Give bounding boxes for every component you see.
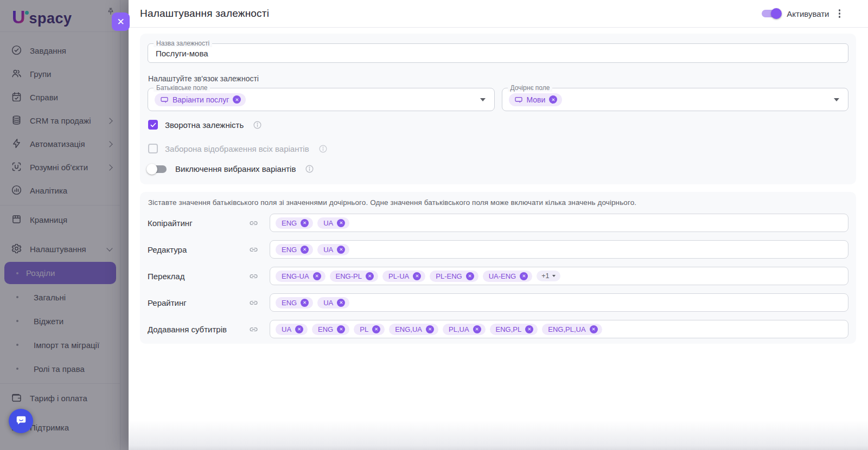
close-icon: ✕ (117, 16, 124, 28)
more-values-chip[interactable]: +1 (537, 271, 560, 281)
kebab-menu-icon[interactable] (836, 7, 844, 20)
value-chip[interactable]: ENG-PL✕ (330, 271, 378, 282)
reverse-dependency-checkbox[interactable] (148, 120, 158, 130)
value-chip[interactable]: PL-ENG✕ (430, 271, 478, 282)
reverse-dependency-label: Зворотна залежність (165, 120, 244, 130)
parent-field-select[interactable]: Батьківське поле Варіанти послуг ✕ (148, 88, 495, 111)
activate-toggle[interactable] (762, 10, 780, 17)
mapping-row-rewriting: Рерайтинг ENG✕ UA✕ (148, 293, 848, 312)
mapping-values-field[interactable]: ENG✕ UA✕ (270, 240, 848, 259)
caret-down-icon (552, 275, 556, 277)
parent-field-label: Батьківське поле (154, 84, 210, 92)
value-chip[interactable]: UA✕ (317, 297, 349, 308)
value-chip[interactable]: ENG✕ (276, 297, 313, 308)
forbid-all-options-label: Заборона відображення всіх варіантів (165, 144, 309, 153)
modal-overlay[interactable] (0, 0, 129, 450)
dependency-name-field[interactable]: Назва залежності Послуги-мова (148, 43, 848, 63)
chip-remove-icon[interactable]: ✕ (337, 325, 345, 333)
chip-remove-icon[interactable]: ✕ (466, 272, 474, 280)
chat-launcher-button[interactable] (9, 409, 33, 433)
value-chip[interactable]: UA-ENG✕ (483, 271, 533, 282)
info-icon[interactable] (305, 164, 314, 173)
value-chip[interactable]: PL,UA✕ (443, 324, 486, 335)
relation-heading: Налаштуйте зв'язок залежності (148, 74, 848, 83)
value-mapping-card: Зіставте значення батьківського поля зі … (140, 192, 856, 344)
caret-down-icon (834, 98, 839, 101)
activate-label: Активувати (787, 9, 829, 18)
value-chip[interactable]: ENG✕ (312, 324, 349, 335)
dependency-setup-card: Назва залежності Послуги-мова Налаштуйте… (140, 34, 856, 184)
value-chip[interactable]: UA✕ (317, 217, 349, 229)
chip-remove-icon[interactable]: ✕ (337, 219, 345, 227)
value-chip[interactable]: UA✕ (317, 244, 349, 255)
mapping-row-label: Переклад (148, 272, 248, 281)
chip-remove-icon[interactable]: ✕ (301, 299, 309, 307)
chip-remove-icon[interactable]: ✕ (473, 325, 481, 333)
chip-remove-icon[interactable]: ✕ (590, 325, 598, 333)
dependency-settings-drawer: Налаштування залежності Активувати Назва… (129, 0, 868, 450)
info-icon[interactable] (318, 144, 328, 153)
link-icon (248, 245, 259, 255)
mapping-row-editing: Редактура ENG✕ UA✕ (148, 240, 848, 259)
mapping-row-label: Рерайтинг (148, 298, 248, 307)
chip-remove-icon[interactable]: ✕ (301, 246, 309, 254)
value-chip[interactable]: PL-UA✕ (382, 271, 425, 282)
chip-remove-icon[interactable]: ✕ (337, 299, 345, 307)
link-icon (248, 271, 259, 281)
dependency-name-label: Назва залежності (154, 40, 212, 47)
value-chip[interactable]: ENG,PL✕ (490, 324, 538, 335)
value-chip[interactable]: ENG-UA✕ (276, 271, 326, 282)
link-icon (248, 324, 259, 335)
mapping-row-label: Додавання субтитрів (148, 325, 248, 334)
value-chip[interactable]: ENG,PL,UA✕ (542, 324, 602, 335)
chip-remove-icon[interactable]: ✕ (337, 246, 345, 254)
chat-bubble-icon (15, 414, 27, 428)
drawer-header: Налаштування залежності Активувати (129, 0, 868, 28)
field-type-icon (160, 95, 169, 104)
chip-remove-icon[interactable]: ✕ (525, 325, 533, 333)
chip-remove-icon[interactable]: ✕ (313, 272, 321, 280)
chip-remove-icon[interactable]: ✕ (413, 272, 421, 280)
child-field-select[interactable]: Дочірнє поле Мови ✕ (502, 88, 849, 111)
mapping-row-subtitles: Додавання субтитрів UA✕ ENG✕ PL✕ ENG,UA✕… (148, 320, 848, 338)
link-icon (248, 218, 259, 228)
exclude-selected-toggle[interactable] (148, 165, 167, 173)
mapping-values-field[interactable]: ENG-UA✕ ENG-PL✕ PL-UA✕ PL-ENG✕ UA-ENG✕ +… (270, 267, 848, 285)
mapping-values-field[interactable]: ENG✕ UA✕ (270, 214, 848, 232)
info-icon[interactable] (253, 120, 262, 130)
field-type-icon (514, 95, 523, 104)
value-chip[interactable]: PL✕ (354, 324, 385, 335)
caret-down-icon (480, 98, 486, 101)
chip-remove-icon[interactable]: ✕ (426, 325, 434, 333)
child-field-chip[interactable]: Мови ✕ (509, 93, 563, 106)
dependency-name-value: Послуги-мова (156, 49, 208, 58)
drawer-title: Налаштування залежності (140, 8, 269, 20)
value-chip[interactable]: ENG✕ (276, 244, 313, 255)
drawer-content: Назва залежності Послуги-мова Налаштуйте… (129, 28, 868, 344)
chip-remove-icon[interactable]: ✕ (295, 325, 303, 333)
mapping-values-field[interactable]: ENG✕ UA✕ (270, 293, 848, 312)
forbid-all-options-checkbox[interactable] (148, 144, 158, 153)
chip-remove-icon[interactable]: ✕ (549, 95, 557, 104)
child-field-label: Дочірнє поле (508, 84, 553, 92)
chip-remove-icon[interactable]: ✕ (366, 272, 374, 280)
chip-remove-icon[interactable]: ✕ (520, 272, 528, 280)
toggle-thumb (771, 8, 782, 19)
mapping-row-label: Редактура (148, 245, 248, 254)
value-chip[interactable]: UA✕ (276, 324, 308, 335)
chip-remove-icon[interactable]: ✕ (301, 219, 309, 227)
value-chip[interactable]: ENG,UA✕ (389, 324, 438, 335)
mapping-values-field[interactable]: UA✕ ENG✕ PL✕ ENG,UA✕ PL,UA✕ ENG,PL✕ ENG,… (270, 320, 848, 338)
parent-field-chip[interactable]: Варіанти послуг ✕ (155, 93, 246, 106)
toggle-thumb (146, 164, 157, 175)
mapping-row-copywriting: Копірайтинг ENG✕ UA✕ (148, 214, 848, 232)
value-chip[interactable]: ENG✕ (276, 217, 313, 229)
chip-remove-icon[interactable]: ✕ (372, 325, 380, 333)
close-drawer-button[interactable]: ✕ (112, 12, 130, 31)
mapping-row-translation: Переклад ENG-UA✕ ENG-PL✕ PL-UA✕ PL-ENG✕ … (148, 267, 848, 285)
exclude-selected-options-row: Виключення вибраних варіантів (148, 164, 848, 173)
chip-remove-icon[interactable]: ✕ (233, 95, 241, 104)
forbid-all-options-row: Заборона відображення всіх варіантів (148, 144, 848, 153)
reverse-dependency-row: Зворотна залежність (148, 120, 848, 130)
mapping-description: Зіставте значення батьківського поля зі … (148, 198, 848, 207)
